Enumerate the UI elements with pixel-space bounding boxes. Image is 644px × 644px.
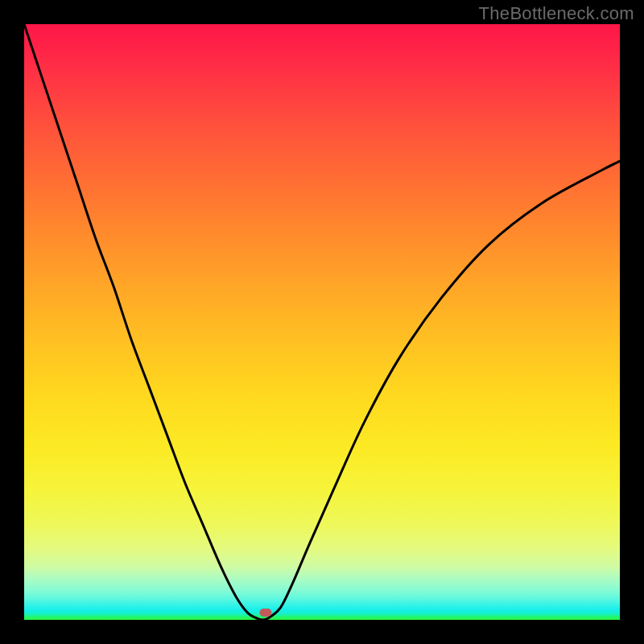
watermark-text: TheBottleneck.com [479, 3, 634, 24]
chart-container: TheBottleneck.com [0, 0, 644, 644]
optimal-point-marker [259, 609, 271, 617]
plot-area [24, 24, 620, 620]
bottleneck-curve [24, 24, 620, 620]
